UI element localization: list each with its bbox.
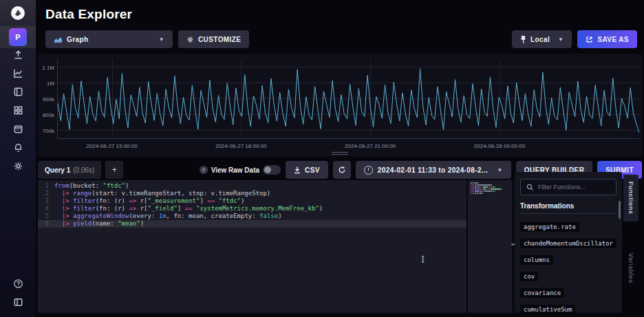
alerts-nav[interactable] [0, 138, 36, 157]
influxdata-logo-icon[interactable] [10, 6, 25, 21]
code-line[interactable]: 3 |> filter(fn: (r) => r["_measurement"]… [38, 197, 466, 205]
code-line[interactable]: 2 |> range(start: v.timeRangeStart, stop… [38, 190, 466, 197]
toolbar: Graph ▼ CUSTOMIZE Local ▼ SAVE AS [45, 30, 637, 48]
org-avatar[interactable]: P [9, 28, 27, 46]
transformations-header: Transformations [520, 202, 616, 214]
function-list-item[interactable]: cumulativeSum [520, 302, 616, 313]
help-nav[interactable] [0, 274, 36, 293]
code-line[interactable]: 5 |> aggregateWindow(every: 1m, fn: mean… [38, 212, 466, 220]
gear-small-icon [186, 36, 194, 43]
resize-handle[interactable] [332, 151, 348, 156]
y-axis-tick: 700k [38, 128, 54, 134]
line-number: 5 [38, 212, 54, 220]
settings-nav[interactable] [0, 157, 36, 175]
dashboards-nav[interactable] [0, 101, 36, 120]
data-explorer-app: P [0, 0, 644, 317]
upload-icon [13, 50, 23, 60]
calendar-check-icon [13, 124, 23, 134]
dashboard-grid-icon [13, 105, 23, 116]
line-number: 2 [38, 190, 54, 197]
time-series-plot[interactable] [57, 59, 639, 139]
query-workspace: 1from(bucket: "ftdc")2 |> range(start: v… [38, 172, 642, 313]
line-chart-icon [13, 68, 23, 78]
save-as-button[interactable]: SAVE AS [577, 30, 637, 48]
functions-panel: Transformations aggregate.ratechandeMome… [515, 172, 622, 313]
line-number: 4 [38, 205, 54, 212]
chevron-down-icon: ▼ [558, 36, 564, 43]
page-title: Data Explorer [45, 7, 132, 22]
toggle-sidebar-nav[interactable] [0, 293, 36, 311]
x-axis-tick: 2024-06-27 15:00:00 [86, 143, 137, 149]
gear-icon [13, 161, 23, 171]
tab-variables[interactable]: Variables [623, 246, 638, 290]
y-axis-tick: 900k [38, 96, 54, 102]
tasks-nav[interactable] [0, 120, 36, 138]
function-list-item[interactable]: cov [520, 269, 616, 281]
bell-icon [13, 142, 23, 153]
chevron-down-icon: ▼ [159, 36, 164, 43]
load-data-nav[interactable] [0, 45, 36, 64]
scope-dropdown[interactable]: Local ▼ [512, 30, 572, 48]
scope-label: Local [530, 36, 550, 43]
function-list-item[interactable]: aggregate.rate [520, 219, 616, 232]
line-number: 1 [38, 182, 54, 190]
export-icon [586, 36, 593, 43]
filter-functions-input[interactable] [538, 184, 610, 190]
x-axis-tick: 2024-06-27 21:00:00 [345, 143, 396, 149]
view-type-dropdown[interactable]: Graph ▼ [45, 30, 173, 48]
code-line[interactable]: 4 |> filter(fn: (r) => r["_field"] == "s… [38, 205, 466, 212]
data-explorer-nav[interactable] [0, 64, 36, 83]
line-number: 3 [38, 197, 54, 205]
save-as-label: SAVE AS [597, 36, 629, 43]
function-list-item[interactable]: columns [520, 252, 616, 265]
search-icon [526, 184, 534, 191]
sidebar-toggle-icon [13, 297, 23, 307]
functions-scrollbar[interactable] [619, 201, 621, 219]
view-type-label: Graph [67, 36, 151, 43]
y-axis-tick: 800k [38, 112, 54, 118]
flux-code-editor[interactable]: 1from(bucket: "ftdc")2 |> range(start: v… [38, 180, 466, 313]
x-axis-tick: 2024-06-27 18:00:00 [215, 143, 266, 149]
function-list-item[interactable]: chandeMomentumOscillator [520, 236, 616, 248]
customize-label: CUSTOMIZE [198, 36, 241, 43]
pin-icon [520, 36, 526, 43]
question-circle-icon [13, 278, 23, 289]
tab-functions[interactable]: Functions [623, 175, 638, 221]
x-axis-tick: 2024-06-28 00:00:00 [474, 143, 525, 149]
y-axis-tick: 1M [38, 80, 54, 87]
customize-button[interactable]: CUSTOMIZE [178, 30, 249, 48]
notebooks-nav[interactable] [0, 83, 36, 101]
chart-panel: 1.1M1M900k800k700k 2024-06-27 15:00:0020… [38, 54, 642, 157]
mini-graph-icon [54, 36, 63, 43]
filter-functions-search[interactable] [520, 179, 616, 195]
line-number: 6 [38, 220, 54, 228]
nav-sidebar: P [0, 0, 36, 317]
code-line[interactable]: 1from(bucket: "ftdc") [38, 182, 466, 190]
notebook-icon [13, 87, 23, 97]
code-line[interactable]: 6 |> yield(name: "mean") [38, 220, 466, 228]
y-axis-tick: 1.1M [38, 65, 54, 71]
editor-minimap[interactable] [468, 180, 512, 313]
function-list-item[interactable]: covariance [520, 285, 616, 298]
